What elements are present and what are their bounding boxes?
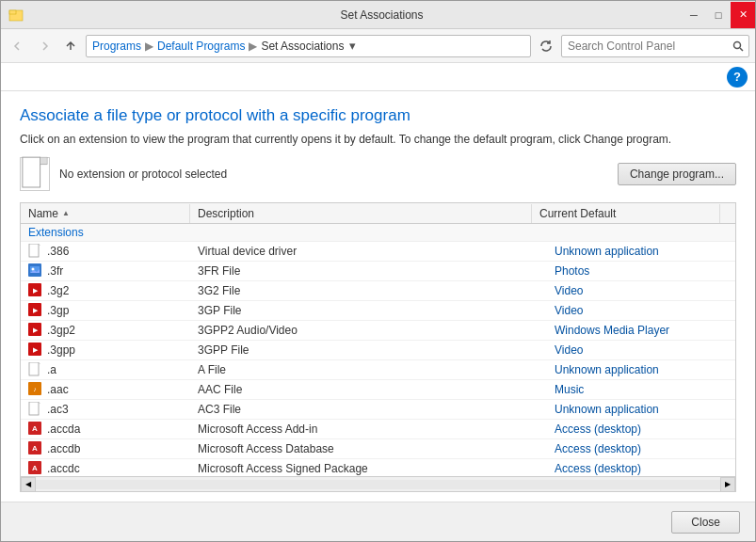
svg-line-3 <box>740 48 743 51</box>
col-scrollbar-space <box>720 211 735 216</box>
cell-name: A .accdc <box>21 459 190 476</box>
help-bar: ? <box>1 63 755 91</box>
title-bar: Set Associations ─ □ ✕ <box>1 1 755 29</box>
cell-current-default: Video <box>547 302 735 319</box>
svg-text:♪: ♪ <box>33 386 37 392</box>
cell-description: 3G2 File <box>190 282 547 299</box>
cell-description: 3GPP2 Audio/Video <box>190 322 547 339</box>
help-button[interactable]: ? <box>727 67 748 88</box>
no-selection-text: No extension or protocol selected <box>59 167 227 181</box>
cell-description: A File <box>190 361 547 378</box>
table-row[interactable]: ▶ .3gp 3GP File Video <box>21 301 735 321</box>
content-area: Associate a file type or protocol with a… <box>1 91 755 502</box>
group-extensions: Extensions <box>21 224 735 242</box>
search-box <box>561 35 749 57</box>
cell-current-default: Video <box>547 282 735 299</box>
row-icon <box>28 244 43 259</box>
svg-rect-1 <box>9 10 16 14</box>
footer: Close <box>1 502 755 541</box>
forward-button[interactable] <box>33 35 56 57</box>
window-title: Set Associations <box>8 8 755 22</box>
change-program-button[interactable]: Change program... <box>618 163 736 185</box>
row-icon: ▶ <box>28 283 43 298</box>
breadcrumb-sep-2: ▶ <box>249 40 257 53</box>
back-button[interactable] <box>7 35 29 57</box>
col-current-default[interactable]: Current Default <box>532 204 720 223</box>
page-title: Associate a file type or protocol with a… <box>20 106 736 125</box>
up-button[interactable] <box>59 35 82 57</box>
maximize-button[interactable]: □ <box>706 2 731 28</box>
cell-description: AC3 File <box>190 401 547 418</box>
close-window-button[interactable]: ✕ <box>731 2 755 28</box>
window-icon <box>8 8 24 23</box>
table-row[interactable]: A .accdb Microsoft Access Database Acces… <box>21 439 735 459</box>
col-name[interactable]: Name ▲ <box>21 204 190 223</box>
row-icon: A <box>28 422 43 437</box>
table-row[interactable]: .386 Virtual device driver Unknown appli… <box>21 242 735 262</box>
title-bar-left <box>8 8 24 23</box>
table-row[interactable]: ▶ .3gp2 3GPP2 Audio/Video Windows Media … <box>21 321 735 341</box>
svg-text:A: A <box>32 424 38 433</box>
svg-text:A: A <box>32 464 38 472</box>
breadcrumb-programs[interactable]: Programs <box>92 40 141 53</box>
row-icon: ▶ <box>28 303 43 318</box>
file-icon <box>20 157 50 191</box>
scroll-right-button[interactable]: ▶ <box>720 477 735 492</box>
cell-name: .3fr <box>21 262 190 280</box>
scroll-left-button[interactable]: ◀ <box>21 477 36 492</box>
row-icon: A <box>28 461 43 476</box>
table-row[interactable]: A .accda Microsoft Access Add-in Access … <box>21 420 735 439</box>
row-icon: ♪ <box>28 382 43 397</box>
table-header: Name ▲ Description Current Default <box>21 203 735 224</box>
breadcrumb-sep-1: ▶ <box>145 40 153 53</box>
svg-text:A: A <box>32 444 38 453</box>
row-icon <box>28 263 43 279</box>
cell-name: .386 <box>21 242 190 261</box>
cell-description: 3GPP File <box>190 342 547 359</box>
cell-name: A .accdb <box>21 439 190 458</box>
close-button[interactable]: Close <box>671 511 740 534</box>
table-row[interactable]: ▶ .3g2 3G2 File Video <box>21 281 735 301</box>
cell-name: ♪ .aac <box>21 380 190 399</box>
cell-current-default: Unknown application <box>547 401 735 418</box>
table-row[interactable]: A .accdc Microsoft Access Signed Package… <box>21 459 735 476</box>
search-submit-button[interactable] <box>728 36 748 56</box>
file-info: No extension or protocol selected <box>20 157 227 191</box>
cell-current-default: Access (desktop) <box>547 460 735 476</box>
cell-current-default: Video <box>547 342 735 359</box>
search-input[interactable] <box>562 40 728 53</box>
cell-description: AAC File <box>190 381 547 398</box>
window: Set Associations ─ □ ✕ Programs ▶ Defaul… <box>0 0 756 542</box>
sort-arrow-name: ▲ <box>62 209 70 217</box>
svg-rect-7 <box>29 244 39 257</box>
row-icon: ▶ <box>28 343 43 358</box>
cell-name: ▶ .3gp2 <box>21 321 190 340</box>
table-row[interactable]: .3fr 3FR File Photos <box>21 262 735 281</box>
table-body[interactable]: Extensions .386 Virtual device driver Un… <box>21 224 735 476</box>
cell-description: 3GP File <box>190 302 547 319</box>
svg-rect-4 <box>23 157 40 187</box>
row-icon: A <box>28 441 43 456</box>
table-row[interactable]: .ac3 AC3 File Unknown application <box>21 400 735 420</box>
table-row[interactable]: ♪ .aac AAC File Music <box>21 380 735 400</box>
svg-rect-21 <box>29 362 39 375</box>
cell-current-default: Music <box>547 381 735 398</box>
minimize-button[interactable]: ─ <box>682 2 706 28</box>
table-row[interactable]: ▶ .3gpp 3GPP File Video <box>21 341 735 360</box>
horizontal-scrollbar[interactable]: ◀ ▶ <box>21 476 735 491</box>
col-description[interactable]: Description <box>190 204 532 223</box>
cell-current-default: Access (desktop) <box>547 440 735 457</box>
nav-bar: Programs ▶ Default Programs ▶ Set Associ… <box>1 29 755 63</box>
breadcrumb-default-programs[interactable]: Default Programs <box>157 40 245 53</box>
breadcrumb-current: Set Associations <box>261 40 344 53</box>
cell-current-default: Access (desktop) <box>547 421 735 438</box>
table-row[interactable]: .a A File Unknown application <box>21 360 735 380</box>
cell-current-default: Unknown application <box>547 243 735 260</box>
svg-rect-6 <box>40 157 48 165</box>
page-description: Click on an extension to view the progra… <box>20 133 736 146</box>
cell-name: .ac3 <box>21 400 190 419</box>
scroll-track[interactable] <box>36 480 720 489</box>
breadcrumb-dropdown-button[interactable]: ▾ <box>344 36 361 56</box>
refresh-button[interactable] <box>535 35 557 57</box>
file-selection-area: No extension or protocol selected Change… <box>20 157 736 191</box>
